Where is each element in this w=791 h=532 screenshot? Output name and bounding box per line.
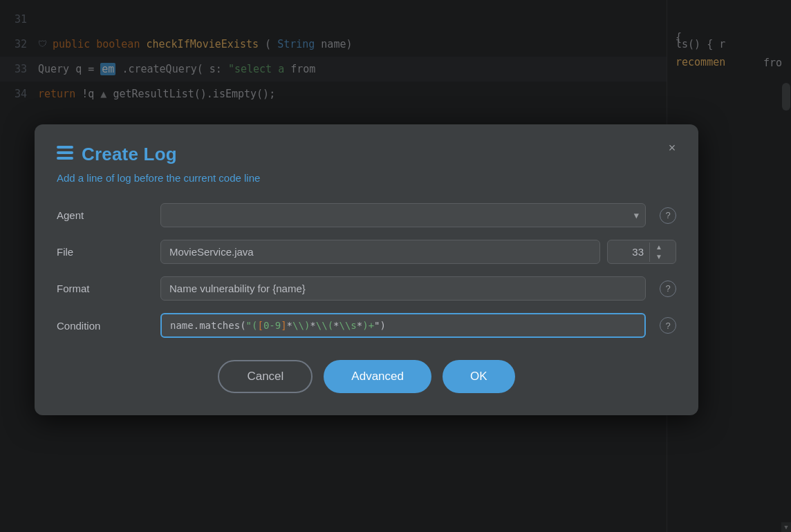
condition-label: Condition (57, 320, 160, 332)
format-help-icon[interactable]: ? (660, 281, 676, 297)
format-row: Format ? (57, 276, 676, 301)
line-number-spinner: ▲ ▼ (649, 243, 668, 262)
agent-label: Agent (57, 209, 160, 221)
line-number-down-btn[interactable]: ▼ (650, 252, 668, 262)
line-number-input[interactable] (608, 240, 649, 263)
condition-control-area: name.matches("([0-9]*\\)*\\(*\\s*)+") ? (160, 313, 676, 338)
dialog-footer: Cancel Advanced OK (57, 360, 676, 393)
dialog-header: Create Log (57, 144, 676, 165)
condition-help-icon[interactable]: ? (660, 317, 676, 334)
file-control-area: ▲ ▼ (160, 240, 676, 264)
ok-button[interactable]: OK (443, 360, 515, 393)
dialog-title: Create Log (82, 144, 177, 165)
format-label: Format (57, 283, 160, 294)
log-icon (57, 146, 73, 163)
condition-input[interactable]: name.matches("([0-9]*\\)*\\(*\\s*)+") (160, 313, 646, 338)
agent-help-icon[interactable]: ? (660, 207, 676, 224)
agent-select[interactable] (160, 203, 646, 227)
file-row: File ▲ ▼ (57, 240, 676, 264)
format-control-area: ? (160, 276, 676, 301)
svg-rect-0 (57, 146, 73, 149)
agent-select-wrapper: ▼ (160, 203, 646, 227)
close-button[interactable]: × (662, 138, 682, 158)
format-input[interactable] (160, 276, 646, 301)
agent-control-area: ▼ ? (160, 203, 676, 227)
svg-rect-1 (57, 151, 73, 154)
agent-row: Agent ▼ ? (57, 203, 676, 227)
line-number-up-btn[interactable]: ▲ (650, 243, 668, 252)
file-name-input[interactable] (160, 240, 600, 264)
line-number-wrapper: ▲ ▼ (607, 240, 676, 264)
file-label: File (57, 246, 160, 258)
cancel-button[interactable]: Cancel (218, 360, 313, 393)
create-log-dialog: × Create Log Add a line of log before th… (35, 124, 698, 415)
advanced-button[interactable]: Advanced (324, 360, 431, 393)
condition-row: Condition name.matches("([0-9]*\\)*\\(*\… (57, 313, 676, 338)
svg-rect-2 (57, 157, 73, 160)
dialog-subtitle: Add a line of log before the current cod… (57, 172, 676, 184)
